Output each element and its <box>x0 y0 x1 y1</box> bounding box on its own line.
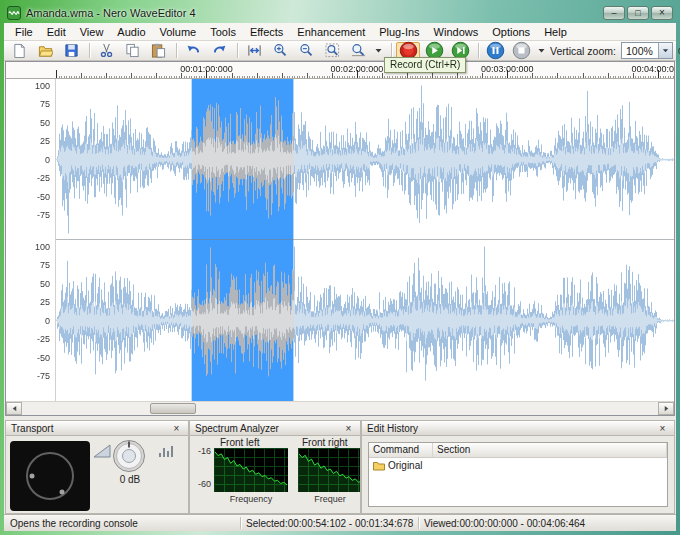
front-left-label: Front left <box>220 437 259 448</box>
menu-effects[interactable]: Effects <box>243 25 290 39</box>
front-right-label: Front right <box>302 437 348 448</box>
history-command: Original <box>388 460 422 471</box>
menu-audio[interactable]: Audio <box>110 25 152 39</box>
frequency-right-label: Frequer <box>298 494 360 504</box>
column-command[interactable]: Command <box>369 443 433 457</box>
scale-label: -25 <box>37 173 50 183</box>
copy-button[interactable] <box>120 42 144 60</box>
menu-file[interactable]: File <box>8 25 40 39</box>
scroll-left-arrow[interactable] <box>6 402 22 415</box>
meter-icon <box>158 444 176 458</box>
window-title: Amanda.wma - Nero WaveEditor 4 <box>26 7 603 19</box>
spectrum-analyzer-panel: Spectrum Analyzer Front left Front right… <box>189 420 361 514</box>
save-button[interactable] <box>59 42 83 60</box>
scroll-thumb[interactable] <box>150 403 196 414</box>
vertical-zoom-value: 100% <box>622 45 658 57</box>
minimize-button[interactable] <box>603 6 625 20</box>
history-header: Command Section <box>369 443 667 458</box>
client-area: FileEditViewAudioVolumeToolsEffectsEnhan… <box>4 23 676 531</box>
zoom-in-button[interactable] <box>268 42 292 60</box>
ramp-icon <box>93 444 111 458</box>
jog-wheel[interactable] <box>10 441 90 511</box>
scale-label: -25 <box>37 334 50 344</box>
scale-label: -50 <box>37 192 50 202</box>
undo-button[interactable] <box>181 42 205 60</box>
new-button[interactable] <box>7 42 31 60</box>
scroll-track[interactable] <box>22 402 658 415</box>
scroll-right-arrow[interactable] <box>658 402 674 415</box>
transport-panel-title: Transport <box>6 421 188 436</box>
app-window: Amanda.wma - Nero WaveEditor 4 FileEditV… <box>0 0 680 535</box>
menu-volume[interactable]: Volume <box>153 25 204 39</box>
frequency-left-label: Frequency <box>214 494 288 504</box>
column-section[interactable]: Section <box>433 443 667 457</box>
redo-button[interactable] <box>207 42 231 60</box>
waveform-display[interactable] <box>56 79 674 401</box>
toolbar-separator <box>237 43 238 58</box>
spectrum-left-display <box>214 448 288 492</box>
spectrum-scale-top: -16 <box>192 446 211 456</box>
app-icon <box>7 6 21 20</box>
stop-button[interactable] <box>509 42 533 60</box>
volume-db-label: 0 dB <box>110 474 150 485</box>
zoom-out-button[interactable] <box>294 42 318 60</box>
scale-label: 75 <box>40 99 50 109</box>
spectrum-panel-body: Front left Front right -16 -60 Frequency… <box>190 437 360 513</box>
toolbar-separator <box>478 43 479 58</box>
history-panel-title: Edit History <box>362 421 674 436</box>
menu-windows[interactable]: Windows <box>427 25 486 39</box>
edit-history-panel: Edit History Command Section Original <box>361 420 675 514</box>
scale-label: 100 <box>35 81 50 91</box>
menu-plugins[interactable]: Plug-Ins <box>372 25 426 39</box>
fit-width-button[interactable] <box>242 42 266 60</box>
horizontal-scrollbar[interactable] <box>6 401 674 415</box>
history-panel-body: Command Section Original <box>362 437 674 513</box>
zoom-selection-button[interactable] <box>320 42 344 60</box>
docked-panels: Transport <box>5 420 675 514</box>
menu-edit[interactable]: Edit <box>40 25 73 39</box>
transport-panel-body: 0 dB <box>6 437 188 513</box>
vertical-zoom-label: Vertical zoom: <box>550 45 616 57</box>
history-close-icon[interactable] <box>656 422 669 435</box>
title-bar[interactable]: Amanda.wma - Nero WaveEditor 4 <box>7 3 673 22</box>
vertical-zoom-dropdown-icon[interactable] <box>658 43 672 58</box>
toolbar: Vertical zoom: 100% 00:0 <box>4 41 676 61</box>
time-ruler[interactable]: 00:01:00:00000:02:00:00000:03:00:00000:0… <box>6 62 674 79</box>
menu-view[interactable]: View <box>73 25 111 39</box>
menu-help[interactable]: Help <box>537 25 574 39</box>
menu-tools[interactable]: Tools <box>203 25 243 39</box>
menu-enhancement[interactable]: Enhancement <box>290 25 372 39</box>
cut-button[interactable] <box>94 42 118 60</box>
history-list[interactable]: Command Section Original <box>368 442 668 507</box>
status-hint: Opens the recording console <box>4 518 240 529</box>
transport-close-icon[interactable] <box>170 422 183 435</box>
scale-label: 50 <box>40 118 50 128</box>
spectrum-close-icon[interactable] <box>342 422 355 435</box>
ruler-label: 00:02:00:000 <box>331 64 384 74</box>
scale-label: 100 <box>35 242 50 252</box>
zoom-all-button[interactable] <box>346 42 370 60</box>
history-title-text: Edit History <box>367 423 418 434</box>
history-rows: Original <box>369 458 667 473</box>
maximize-button[interactable] <box>627 6 649 20</box>
transport-dropdown-icon[interactable] <box>535 42 548 60</box>
paste-button[interactable] <box>146 42 170 60</box>
toolbar-separator <box>391 43 392 58</box>
spectrum-right-display <box>298 448 360 492</box>
scale-label: 50 <box>40 279 50 289</box>
scale-label: -75 <box>37 371 50 381</box>
close-button[interactable] <box>651 6 673 20</box>
spectrum-scale-bottom: -60 <box>192 479 211 489</box>
open-button[interactable] <box>33 42 57 60</box>
scale-label: 0 <box>45 155 50 165</box>
volume-knob[interactable] <box>112 439 146 473</box>
spectrum-panel-title: Spectrum Analyzer <box>190 421 360 436</box>
menu-options[interactable]: Options <box>485 25 537 39</box>
scale-label: -50 <box>37 353 50 363</box>
pause-button[interactable] <box>483 42 507 60</box>
record-tooltip: Record (Ctrl+R) <box>384 57 466 73</box>
status-bar: Opens the recording console Selected:00:… <box>4 514 676 531</box>
history-row[interactable]: Original <box>369 458 667 473</box>
status-selected-range: Selected:00:00:54:102 - 00:01:34:678 <box>241 518 418 529</box>
vertical-zoom-combo[interactable]: 100% <box>621 42 673 59</box>
